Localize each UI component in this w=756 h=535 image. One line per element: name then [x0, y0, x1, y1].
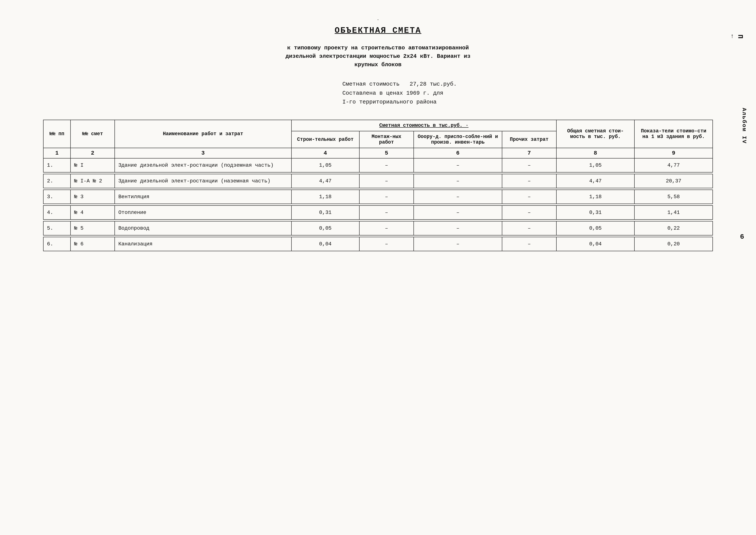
row-pokaz: 20,37 [634, 174, 713, 188]
subtitle: к типовому проекту на строительство авто… [43, 44, 713, 69]
page-number: 6 [740, 233, 744, 241]
header-smetnaya: Сметная стоимость в тыс.руб. · [291, 120, 556, 131]
row-montazh: – [359, 174, 414, 188]
table-row: 1.№ IЗдание дизельной элект-ростанции (п… [43, 158, 713, 172]
table-row: 6.№ 6Канализация0,04–––0,040,20 [43, 237, 713, 251]
num-c4: 4 [291, 148, 359, 158]
row-name: Здание дизельной элект-ростанции (подзем… [115, 158, 291, 172]
num-c1: 1 [43, 148, 70, 158]
row-stroy: 0,05 [291, 221, 359, 235]
row-montazh: – [359, 158, 414, 172]
spacer-row [43, 251, 713, 253]
row-obor: – [414, 206, 502, 219]
row-smet: № I [70, 158, 115, 172]
row-prochih: – [502, 237, 556, 251]
table-row: 5.№ 5Водопровод0,05–––0,050,22 [43, 221, 713, 235]
header-col5: Монтаж-ных работ [359, 131, 414, 148]
table-row: 4.№ 4Отопление0,31–––0,311,41 [43, 206, 713, 219]
header-col2: №№ смет [70, 120, 115, 148]
num-c6: 6 [414, 148, 502, 158]
row-pokaz: 0,22 [634, 221, 713, 235]
row-num: 3. [43, 190, 70, 204]
side-label-album: Альбом IV [741, 108, 747, 144]
row-obor: – [414, 237, 502, 251]
row-obshaya: 0,31 [556, 206, 634, 219]
num-c9: 9 [634, 148, 713, 158]
row-num: 1. [43, 158, 70, 172]
row-stroy: 0,31 [291, 206, 359, 219]
row-pokaz: 1,41 [634, 206, 713, 219]
header-col9: Показа-тели стоимо-сти на 1 м3 здания в … [634, 120, 713, 148]
num-c5: 5 [359, 148, 414, 158]
header-col8: Общая сметная стои-мость в тыс. руб. [556, 120, 634, 148]
row-pokaz: 4,77 [634, 158, 713, 172]
row-name: Вентиляция [115, 190, 291, 204]
num-c7: 7 [502, 148, 556, 158]
row-name: Водопровод [115, 221, 291, 235]
page: · П ← Альбом IV 6 ОБЪЕКТНАЯ СМЕТА к типо… [0, 0, 756, 535]
row-stroy: 0,04 [291, 237, 359, 251]
row-prochih: – [502, 174, 556, 188]
spacer-row [43, 188, 713, 190]
row-smet: № I-А № 2 [70, 174, 115, 188]
num-c2: 2 [70, 148, 115, 158]
header-col3: Наименование работ и затрат [115, 120, 291, 148]
row-num: 6. [43, 237, 70, 251]
num-c8: 8 [556, 148, 634, 158]
row-num: 2. [43, 174, 70, 188]
table-row: 2.№ I-А № 2Здание дизельной элект-ростан… [43, 174, 713, 188]
row-obshaya: 4,47 [556, 174, 634, 188]
header-row-1: №№ пп №№ смет Наименование работ и затра… [43, 120, 713, 131]
spacer-row [43, 204, 713, 206]
header-col7: Прочих затрат [502, 131, 556, 148]
row-pokaz: 0,20 [634, 237, 713, 251]
row-name: Отопление [115, 206, 291, 219]
row-smet: № 3 [70, 190, 115, 204]
row-num: 5. [43, 221, 70, 235]
top-dot: · [377, 17, 379, 22]
side-label-top: П ← [728, 35, 744, 39]
row-num: 4. [43, 206, 70, 219]
row-obshaya: 0,05 [556, 221, 634, 235]
row-obor: – [414, 221, 502, 235]
page-title: ОБЪЕКТНАЯ СМЕТА [43, 26, 713, 35]
row-obshaya: 1,05 [556, 158, 634, 172]
row-montazh: – [359, 206, 414, 219]
meta-text: Сметная стоимость 27,28 тыс.руб. Составл… [342, 80, 457, 107]
table-row: 3.№ 3Вентиляция1,18–––1,185,58 [43, 190, 713, 204]
row-montazh: – [359, 237, 414, 251]
row-stroy: 1,18 [291, 190, 359, 204]
spacer-row [43, 219, 713, 221]
row-stroy: 4,47 [291, 174, 359, 188]
meta-block: Сметная стоимость 27,28 тыс.руб. Составл… [43, 80, 713, 107]
header-num-row: 1 2 3 4 5 6 7 8 9 [43, 148, 713, 158]
header-col4: Строи-тельных работ [291, 131, 359, 148]
row-prochih: – [502, 190, 556, 204]
row-smet: № 5 [70, 221, 115, 235]
row-obshaya: 0,04 [556, 237, 634, 251]
header-col6: Ооору-д. приспо-собле-ний и произв. инве… [414, 131, 502, 148]
row-obshaya: 1,18 [556, 190, 634, 204]
spacer-row [43, 235, 713, 237]
row-obor: – [414, 190, 502, 204]
row-smet: № 6 [70, 237, 115, 251]
row-prochih: – [502, 221, 556, 235]
row-smet: № 4 [70, 206, 115, 219]
row-pokaz: 5,58 [634, 190, 713, 204]
row-prochih: – [502, 158, 556, 172]
row-name: Канализация [115, 237, 291, 251]
row-name: Здание дизельной элект-ростанции (наземн… [115, 174, 291, 188]
row-stroy: 1,05 [291, 158, 359, 172]
num-c3: 3 [115, 148, 291, 158]
row-montazh: – [359, 221, 414, 235]
row-montazh: – [359, 190, 414, 204]
header-col1: №№ пп [43, 120, 70, 148]
spacer-row [43, 172, 713, 174]
row-obor: – [414, 158, 502, 172]
main-table: №№ пп №№ смет Наименование работ и затра… [43, 120, 713, 253]
row-obor: – [414, 174, 502, 188]
row-prochih: – [502, 206, 556, 219]
